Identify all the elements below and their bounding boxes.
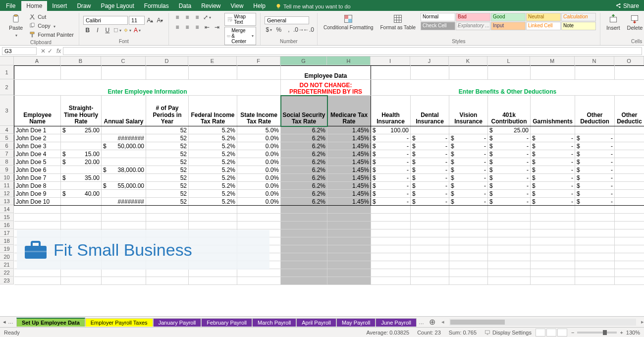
enter-fx-icon[interactable]: ✓ <box>48 48 53 55</box>
cell-7-K[interactable]: $- <box>449 150 488 158</box>
cell-14-L[interactable] <box>488 206 531 214</box>
header-10[interactable]: Vision Insurance <box>449 96 488 126</box>
cell-23-E[interactable] <box>189 277 237 285</box>
row-header-6[interactable]: 6 <box>0 142 14 150</box>
cell-15-E[interactable] <box>189 214 237 222</box>
cell-7-E[interactable]: 5.2% <box>189 150 237 158</box>
display-settings-button[interactable]: Display Settings <box>484 330 532 336</box>
cell-10-I[interactable]: $- <box>371 174 411 182</box>
style-swatch-calculation[interactable]: Calculation <box>561 13 596 21</box>
cell-16-N[interactable] <box>575 222 615 229</box>
cell-14-G[interactable] <box>281 206 327 214</box>
cell-17-J[interactable] <box>411 229 449 237</box>
cell-8-F[interactable]: 0.0% <box>237 158 281 166</box>
cell-23-G[interactable] <box>281 277 327 285</box>
cell-19-I[interactable] <box>371 245 411 253</box>
cell-8-H[interactable]: 1.45% <box>327 158 371 166</box>
font-size-combo[interactable] <box>129 16 145 25</box>
cell-22-B[interactable] <box>61 269 102 277</box>
cell-23-C[interactable] <box>102 277 146 285</box>
cell-23-H[interactable] <box>327 277 371 285</box>
cell-10-J[interactable]: $- <box>411 174 449 182</box>
cell-12-F[interactable]: 0.0% <box>237 190 281 198</box>
tab-file[interactable]: File <box>0 1 21 11</box>
fill-color-button[interactable] <box>123 26 132 35</box>
cell-1-A[interactable] <box>14 66 61 80</box>
cell-16-F[interactable] <box>237 222 281 229</box>
cell-12-D[interactable]: 52 <box>146 190 189 198</box>
cell-9-G[interactable]: 6.2% <box>281 166 327 174</box>
cell-13-L[interactable]: $- <box>488 198 531 206</box>
cell-14-E[interactable] <box>189 206 237 214</box>
cell-12-I[interactable]: $- <box>371 190 411 198</box>
cell-8-D[interactable]: 52 <box>146 158 189 166</box>
cell-12-A[interactable]: John Doe 9 <box>14 190 61 198</box>
col-header-L[interactable]: L <box>487 56 530 65</box>
currency-button[interactable]: $ <box>265 25 273 34</box>
grid[interactable]: Employee DataEnter Employee InformationD… <box>14 65 644 316</box>
cell-22-G[interactable] <box>281 269 327 277</box>
cell-4-K[interactable] <box>449 126 488 134</box>
cell-1-D[interactable] <box>146 66 189 80</box>
cell-21-H[interactable] <box>327 261 371 269</box>
header-8[interactable]: Health Insurance <box>371 96 411 126</box>
col-header-K[interactable]: K <box>449 56 487 65</box>
cell-16-A[interactable] <box>14 222 61 229</box>
italic-button[interactable]: I <box>93 26 102 35</box>
cell-23-I[interactable] <box>371 277 411 285</box>
cell-22-K[interactable] <box>449 269 488 277</box>
hscroll-left[interactable]: ◂ <box>441 319 444 325</box>
cell-14-I[interactable] <box>371 206 411 214</box>
cell-8-E[interactable]: 5.2% <box>189 158 237 166</box>
cell-13-G[interactable]: 6.2% <box>281 198 327 206</box>
cancel-fx-icon[interactable]: ✕ <box>41 48 46 55</box>
comma-button[interactable]: , <box>284 25 293 34</box>
cell-11-O[interactable] <box>615 182 644 190</box>
cell-8-M[interactable]: $- <box>531 158 575 166</box>
conditional-formatting-button[interactable]: Conditional Formatting <box>322 13 376 31</box>
cell-6-A[interactable]: John Doe 3 <box>14 142 61 150</box>
align-center-button[interactable]: ≡ <box>183 23 192 32</box>
cell-22-I[interactable] <box>371 269 411 277</box>
cell-23-O[interactable] <box>615 277 644 285</box>
cell-13-F[interactable]: 0.0% <box>237 198 281 206</box>
cell-19-O[interactable] <box>615 245 644 253</box>
cell-5-D[interactable]: 52 <box>146 134 189 142</box>
cell-1-E[interactable] <box>189 66 237 80</box>
cell-19-H[interactable] <box>327 245 371 253</box>
row-header-13[interactable]: 13 <box>0 197 14 205</box>
align-right-button[interactable]: ≡ <box>193 23 202 32</box>
row-header-20[interactable]: 20 <box>0 253 14 261</box>
row-header-14[interactable]: 14 <box>0 205 14 213</box>
cell-enter-emp-info[interactable]: Enter Employee Information <box>14 80 281 96</box>
cell-11-J[interactable]: $- <box>411 182 449 190</box>
insert-cells-button[interactable]: Insert <box>604 13 622 32</box>
font-name-combo[interactable] <box>83 16 128 25</box>
sheet-tab-march-payroll[interactable]: March Payroll <box>252 318 296 327</box>
cell-19-K[interactable] <box>449 245 488 253</box>
sheet-tab-february-payroll[interactable]: February Payroll <box>201 318 252 327</box>
cell-15-A[interactable] <box>14 214 61 222</box>
bold-button[interactable]: B <box>83 26 92 35</box>
add-sheet-button[interactable]: ⊕ <box>426 317 438 327</box>
cell-13-I[interactable]: $- <box>371 198 411 206</box>
cell-7-O[interactable] <box>615 150 644 158</box>
cell-1-C[interactable] <box>102 66 146 80</box>
cell-10-G[interactable]: 6.2% <box>281 174 327 182</box>
row-header-1[interactable]: 1 <box>0 65 14 79</box>
col-header-H[interactable]: H <box>327 56 371 65</box>
align-middle-button[interactable]: ≡ <box>183 13 192 22</box>
cell-23-J[interactable] <box>411 277 449 285</box>
cell-9-D[interactable]: 52 <box>146 166 189 174</box>
tab-draw[interactable]: Draw <box>72 1 96 11</box>
increase-font-button[interactable]: A▴ <box>146 16 155 25</box>
cell-14-O[interactable] <box>615 206 644 214</box>
zoom-in-button[interactable]: + <box>620 330 623 336</box>
tab-home[interactable]: Home <box>21 1 47 11</box>
header-0[interactable]: Employee Name <box>14 96 61 126</box>
row-header-18[interactable]: 18 <box>0 237 14 245</box>
cell-5-F[interactable]: 0.0% <box>237 134 281 142</box>
col-header-N[interactable]: N <box>575 56 614 65</box>
row-header-3[interactable]: 3 <box>0 95 14 126</box>
sheet-tab-employer-payroll-taxes[interactable]: Employer Payroll Taxes <box>85 318 153 327</box>
